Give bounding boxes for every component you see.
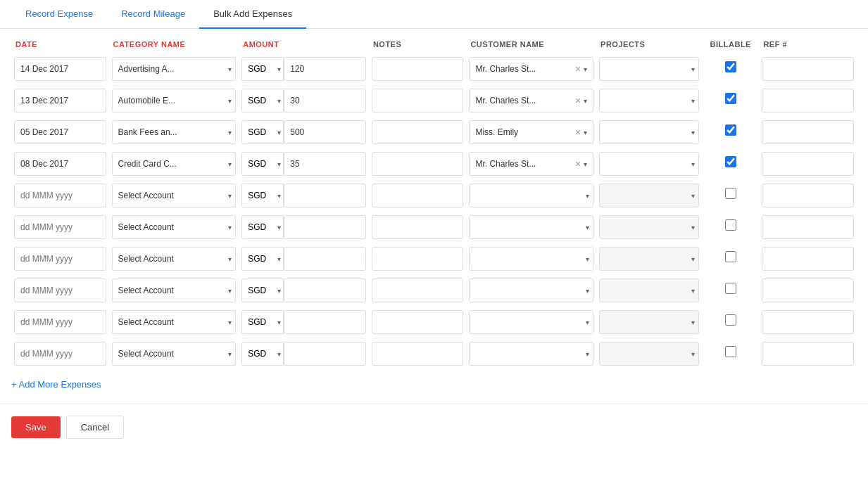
date-input[interactable] — [14, 342, 106, 366]
customer-select[interactable] — [469, 278, 593, 302]
currency-select[interactable]: SGD — [241, 278, 284, 302]
projects-select[interactable] — [599, 89, 699, 113]
category-select[interactable]: Credit Card C... — [112, 152, 237, 176]
save-button[interactable]: Save — [11, 416, 61, 438]
projects-select[interactable] — [599, 120, 699, 144]
amount-input[interactable] — [284, 215, 366, 239]
currency-select[interactable]: SGD — [241, 120, 284, 144]
date-input[interactable] — [14, 120, 106, 144]
category-select[interactable]: Select Account — [112, 215, 237, 239]
amount-input[interactable] — [284, 342, 366, 366]
customer-select[interactable] — [469, 247, 593, 271]
date-input[interactable] — [14, 184, 106, 207]
billable-checkbox[interactable] — [725, 156, 736, 167]
billable-checkbox[interactable] — [725, 314, 736, 326]
tab-bulk-add[interactable]: Bulk Add Expenses — [199, 0, 306, 29]
currency-select[interactable]: SGD — [241, 89, 284, 113]
remove-customer-icon[interactable]: × — [575, 95, 581, 106]
billable-checkbox[interactable] — [725, 124, 736, 136]
customer-tag[interactable]: Mr. Charles St...×▾ — [469, 89, 593, 113]
cancel-button[interactable]: Cancel — [66, 416, 124, 439]
remove-customer-icon[interactable]: × — [575, 127, 581, 138]
add-more-button[interactable]: + Add More Expenses — [0, 371, 113, 398]
ref-input[interactable] — [762, 89, 854, 113]
date-input[interactable] — [14, 247, 106, 271]
currency-select[interactable]: SGD — [241, 152, 284, 176]
category-select[interactable]: Select Account — [112, 184, 237, 207]
ref-input[interactable] — [762, 247, 854, 271]
projects-select[interactable] — [599, 247, 699, 271]
customer-select[interactable] — [469, 184, 593, 207]
date-input[interactable] — [14, 215, 106, 239]
notes-textarea[interactable] — [372, 57, 464, 81]
currency-select[interactable]: SGD — [241, 310, 284, 334]
tab-record-mileage[interactable]: Record Mileage — [107, 0, 199, 29]
date-input[interactable] — [14, 152, 106, 176]
customer-select[interactable] — [469, 310, 593, 334]
remove-customer-icon[interactable]: × — [575, 158, 581, 169]
billable-checkbox[interactable] — [725, 93, 736, 104]
category-select[interactable]: Bank Fees an... — [112, 120, 237, 144]
projects-select[interactable] — [599, 310, 699, 334]
category-select[interactable]: Advertising A... — [112, 57, 237, 81]
billable-checkbox[interactable] — [725, 346, 736, 357]
amount-input[interactable] — [284, 278, 366, 302]
ref-input[interactable] — [762, 342, 854, 366]
ref-input[interactable] — [762, 184, 854, 207]
amount-input[interactable] — [284, 152, 366, 176]
date-input[interactable] — [14, 278, 106, 302]
notes-textarea[interactable] — [372, 215, 464, 239]
date-input[interactable] — [14, 310, 106, 334]
projects-select[interactable] — [599, 57, 699, 81]
remove-customer-icon[interactable]: × — [575, 63, 581, 75]
category-select[interactable]: Automobile E... — [112, 89, 237, 113]
projects-select[interactable] — [599, 215, 699, 239]
customer-tag[interactable]: Mr. Charles St...×▾ — [469, 152, 593, 176]
notes-textarea[interactable] — [372, 120, 464, 144]
ref-input[interactable] — [762, 120, 854, 144]
currency-select[interactable]: SGD — [241, 215, 284, 239]
amount-input[interactable] — [284, 184, 366, 207]
amount-input[interactable] — [284, 89, 366, 113]
projects-select[interactable] — [599, 152, 699, 176]
ref-input[interactable] — [762, 152, 854, 176]
category-select[interactable]: Select Account — [112, 310, 237, 334]
ref-input[interactable] — [762, 310, 854, 334]
ref-input[interactable] — [762, 215, 854, 239]
notes-textarea[interactable] — [372, 278, 464, 302]
projects-select[interactable] — [599, 184, 699, 207]
amount-input[interactable] — [284, 57, 366, 81]
amount-input[interactable] — [284, 247, 366, 271]
category-select[interactable]: Select Account — [112, 247, 237, 271]
notes-textarea[interactable] — [372, 247, 464, 271]
ref-input[interactable] — [762, 278, 854, 302]
currency-select[interactable]: SGD — [241, 57, 284, 81]
notes-textarea[interactable] — [372, 310, 464, 334]
projects-select[interactable] — [599, 342, 699, 366]
currency-select[interactable]: SGD — [241, 247, 284, 271]
billable-checkbox[interactable] — [725, 188, 736, 199]
currency-select[interactable]: SGD — [241, 184, 284, 207]
amount-input[interactable] — [284, 310, 366, 334]
customer-select[interactable] — [469, 215, 593, 239]
tab-record-expense[interactable]: Record Expense — [11, 0, 107, 29]
customer-tag[interactable]: Mr. Charles St...×▾ — [469, 57, 593, 81]
customer-select[interactable] — [469, 342, 593, 366]
notes-textarea[interactable] — [372, 342, 464, 366]
notes-textarea[interactable] — [372, 89, 464, 113]
notes-textarea[interactable] — [372, 184, 464, 207]
amount-input[interactable] — [284, 120, 366, 144]
projects-select[interactable] — [599, 278, 699, 302]
date-input[interactable] — [14, 89, 106, 113]
notes-textarea[interactable] — [372, 152, 464, 176]
billable-checkbox[interactable] — [725, 283, 736, 294]
ref-input[interactable] — [762, 57, 854, 81]
category-select[interactable]: Select Account — [112, 342, 237, 366]
billable-checkbox[interactable] — [725, 61, 736, 72]
date-input[interactable] — [14, 57, 106, 81]
currency-select[interactable]: SGD — [241, 342, 284, 366]
customer-tag[interactable]: Miss. Emily×▾ — [469, 120, 593, 144]
billable-checkbox[interactable] — [725, 251, 736, 262]
billable-checkbox[interactable] — [725, 219, 736, 231]
category-select[interactable]: Select Account — [112, 278, 237, 302]
